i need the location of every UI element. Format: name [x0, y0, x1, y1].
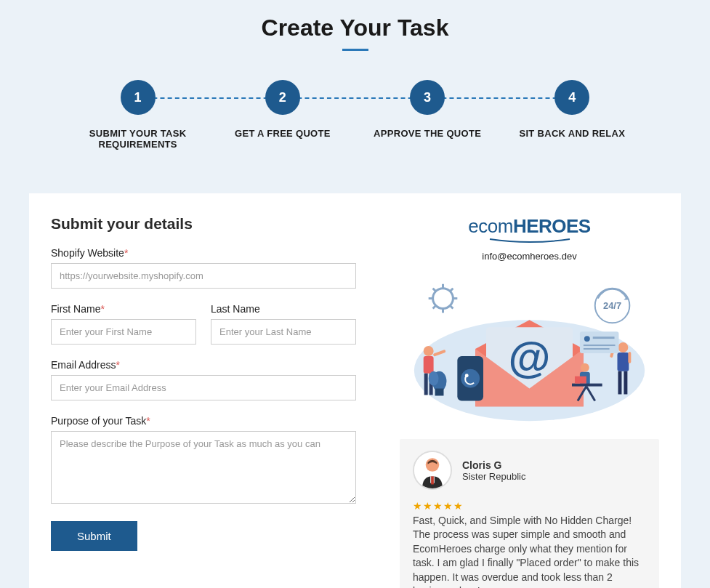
avatar [413, 451, 452, 490]
step-3: 3 APPROVE THE QUOTE [355, 80, 500, 150]
step-label: GET A FREE QUOTE [235, 128, 331, 139]
review-header: Cloris G Sister Republic [413, 451, 646, 490]
main-panel: Submit your details Shopify Website* Fir… [29, 193, 681, 588]
star-rating: ★★★★★ [413, 500, 646, 512]
svg-rect-19 [424, 356, 434, 374]
step-circle: 1 [121, 80, 156, 115]
step-label: SUBMIT YOUR TASK REQUIREMENTS [73, 128, 203, 150]
required-mark: * [124, 247, 128, 259]
step-circle: 3 [410, 80, 445, 115]
contact-illustration: 24/7 @ [400, 276, 659, 422]
shopify-input[interactable] [51, 263, 356, 289]
svg-rect-46 [431, 476, 434, 484]
field-first-name: First Name* [51, 303, 196, 345]
svg-rect-37 [593, 337, 615, 339]
steps-row: 1 SUBMIT YOUR TASK REQUIREMENTS 2 GET A … [29, 80, 681, 150]
svg-point-23 [618, 342, 628, 353]
svg-rect-38 [584, 345, 616, 346]
svg-line-7 [450, 306, 453, 309]
title-underline [342, 49, 368, 51]
svg-line-6 [433, 289, 436, 291]
required-mark: * [100, 303, 104, 315]
brand-email: info@ecomheroes.dev [400, 251, 659, 262]
info-column: ecomHeroes info@ecomheroes.dev 24/7 [356, 215, 681, 588]
purpose-textarea[interactable] [51, 431, 356, 504]
brand-swoosh-icon [486, 238, 573, 243]
field-last-name: Last Name [211, 303, 356, 345]
svg-rect-39 [584, 348, 610, 350]
svg-point-29 [581, 363, 589, 372]
brand-block: ecomHeroes info@ecomheroes.dev [400, 215, 659, 262]
step-2: 2 GET A FREE QUOTE [210, 80, 355, 150]
svg-point-41 [429, 371, 439, 386]
svg-line-8 [433, 306, 436, 309]
review-title: Fast, Quick, and Simple with No Hidden C… [413, 515, 646, 526]
svg-rect-24 [617, 353, 629, 371]
svg-point-17 [465, 374, 469, 377]
svg-point-16 [461, 369, 480, 388]
review-card: Cloris G Sister Republic ★★★★★ Fast, Qui… [400, 439, 659, 588]
last-name-label: Last Name [211, 303, 356, 315]
step-1: 1 SUBMIT YOUR TASK REQUIREMENTS [65, 80, 210, 150]
email-input[interactable] [51, 375, 356, 400]
form-column: Submit your details Shopify Website* Fir… [51, 215, 356, 588]
field-purpose: Purpose of your Task* [51, 415, 356, 507]
email-label: Email Address* [51, 359, 356, 371]
svg-rect-26 [624, 371, 627, 395]
step-label: SIT BACK AND RELAX [519, 128, 625, 139]
last-name-input[interactable] [211, 319, 356, 345]
svg-line-9 [450, 289, 453, 291]
form-heading: Submit your details [51, 215, 356, 233]
svg-point-18 [424, 346, 434, 356]
first-name-input[interactable] [51, 319, 196, 345]
first-name-label: First Name* [51, 303, 196, 315]
step-connector [427, 97, 572, 99]
field-email: Email Address* [51, 359, 356, 400]
required-mark: * [116, 359, 119, 371]
svg-text:24/7: 24/7 [603, 300, 621, 311]
review-body: The process was super simple and smooth … [413, 528, 646, 588]
svg-text:@: @ [508, 333, 550, 382]
shopify-label: Shopify Website* [51, 247, 356, 259]
submit-button[interactable]: Submit [51, 521, 137, 551]
required-mark: * [146, 415, 150, 427]
step-circle: 4 [554, 80, 589, 115]
field-shopify: Shopify Website* [51, 247, 356, 289]
svg-rect-28 [628, 352, 631, 363]
svg-rect-20 [424, 374, 428, 395]
step-connector [138, 97, 283, 99]
brand-logo: ecomHeroes [400, 215, 659, 238]
reviewer-name: Cloris G [462, 459, 525, 471]
step-4: 4 SIT BACK AND RELAX [500, 80, 645, 150]
step-circle: 2 [265, 80, 300, 115]
step-connector [283, 97, 427, 99]
svg-rect-31 [572, 384, 602, 387]
svg-point-1 [433, 289, 453, 309]
step-label: APPROVE THE QUOTE [374, 128, 481, 139]
svg-rect-42 [435, 389, 444, 396]
svg-rect-32 [575, 376, 586, 384]
svg-rect-35 [580, 331, 619, 353]
svg-rect-25 [618, 371, 621, 395]
reviewer-subtitle: Sister Republic [462, 471, 525, 482]
page-title: Create Your Task [29, 15, 681, 41]
purpose-label: Purpose of your Task* [51, 415, 356, 427]
svg-point-36 [584, 336, 590, 342]
